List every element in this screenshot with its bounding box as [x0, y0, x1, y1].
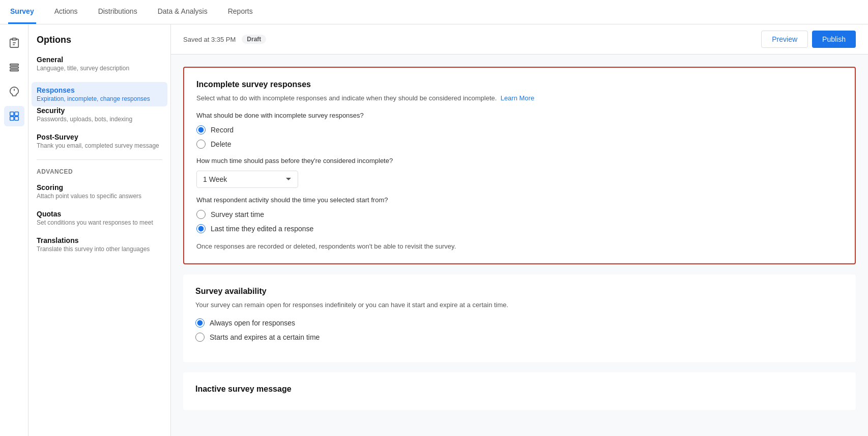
top-nav: Survey Actions Distributions Data & Anal…: [0, 0, 868, 24]
availability-card-desc: Your survey can remain open for response…: [195, 300, 844, 310]
svg-rect-10: [14, 117, 18, 120]
option-section-scoring[interactable]: Scoring Attach point values to specific …: [37, 183, 162, 200]
svg-rect-3: [10, 64, 18, 66]
radio-last-edit[interactable]: Last time they edited a response: [196, 224, 843, 233]
section-translations-sub: Translate this survey into other languag…: [37, 246, 162, 253]
svg-rect-8: [14, 112, 18, 116]
question-1-text: What should be done with incomplete surv…: [196, 112, 843, 119]
radio-delete-input[interactable]: [196, 140, 206, 149]
sidebar-icon-list[interactable]: [4, 57, 24, 77]
radio-last-edit-input[interactable]: [196, 224, 206, 233]
icon-sidebar: [0, 24, 28, 436]
sidebar-icon-clipboard[interactable]: [4, 33, 24, 53]
radio-starts-expires[interactable]: Starts and expires at a certain time: [195, 333, 844, 342]
main-layout: Options General Language, title, survey …: [0, 24, 868, 436]
section-general-sub: Language, title, survey description: [37, 65, 162, 72]
saved-text: Saved at 3:35 PM: [183, 36, 236, 43]
section-responses-title[interactable]: Responses: [37, 86, 162, 94]
section-responses-sub: Expiration, incomplete, change responses: [37, 95, 162, 102]
radio-starts-expires-input[interactable]: [195, 333, 205, 342]
dropdown-row: 1 Week 2 Weeks 1 Month After Last Activi…: [196, 171, 843, 188]
section-security-title[interactable]: Security: [37, 106, 162, 115]
question-3-text: What respondent activity should the time…: [196, 196, 843, 204]
inactive-card: Inactive survey message: [183, 372, 856, 410]
content-header: Saved at 3:35 PM Draft Preview Publish: [171, 24, 868, 54]
sidebar-icon-paint[interactable]: [4, 81, 24, 102]
nav-survey[interactable]: Survey: [8, 0, 36, 24]
content-body: Incomplete survey responses Select what …: [171, 54, 868, 422]
section-scoring-title[interactable]: Scoring: [37, 183, 162, 192]
section-general-title[interactable]: General: [37, 56, 162, 64]
sidebar-icon-settings[interactable]: [4, 106, 24, 126]
section-translations-title[interactable]: Translations: [37, 236, 162, 244]
draft-badge: Draft: [242, 35, 266, 44]
time-period-dropdown[interactable]: 1 Week 2 Weeks 1 Month After Last Activi…: [196, 171, 298, 188]
radio-record-label: Record: [211, 126, 234, 134]
radio-group-1: Record Delete: [196, 125, 843, 149]
svg-rect-7: [10, 112, 13, 116]
availability-radio-group: Always open for responses Starts and exp…: [195, 318, 844, 342]
nav-distributions[interactable]: Distributions: [96, 0, 139, 24]
svg-rect-9: [10, 117, 13, 120]
section-post-survey-title[interactable]: Post-Survey: [37, 133, 162, 141]
option-section-post-survey[interactable]: Post-Survey Thank you email, completed s…: [37, 133, 162, 149]
preview-button[interactable]: Preview: [761, 31, 808, 48]
radio-starts-expires-label: Starts and expires at a certain time: [210, 333, 320, 341]
section-security-sub: Passwords, uploads, bots, indexing: [37, 116, 162, 123]
radio-survey-start-input[interactable]: [196, 210, 206, 219]
radio-last-edit-label: Last time they edited a response: [211, 225, 313, 233]
radio-survey-start[interactable]: Survey start time: [196, 210, 843, 219]
radio-survey-start-label: Survey start time: [211, 210, 264, 219]
sidebar-divider: [37, 159, 162, 160]
radio-delete-label: Delete: [211, 140, 231, 148]
options-title: Options: [37, 35, 162, 45]
learn-more-link[interactable]: Learn More: [501, 94, 534, 102]
radio-delete[interactable]: Delete: [196, 140, 843, 149]
radio-always-open-input[interactable]: [195, 318, 205, 328]
question-2-text: How much time should pass before they're…: [196, 157, 843, 165]
option-section-general[interactable]: General Language, title, survey descript…: [37, 56, 162, 72]
inactive-card-title: Inactive survey message: [195, 385, 844, 394]
option-section-responses[interactable]: Responses Expiration, incomplete, change…: [32, 82, 167, 106]
option-section-translations[interactable]: Translations Translate this survey into …: [37, 236, 162, 253]
header-right: Preview Publish: [761, 31, 856, 48]
main-content: Saved at 3:35 PM Draft Preview Publish I…: [171, 24, 868, 436]
radio-record[interactable]: Record: [196, 125, 843, 134]
radio-always-open[interactable]: Always open for responses: [195, 318, 844, 328]
radio-record-input[interactable]: [196, 125, 206, 134]
availability-card: Survey availability Your survey can rema…: [183, 275, 856, 362]
nav-data-analysis[interactable]: Data & Analysis: [156, 0, 210, 24]
option-section-quotas[interactable]: Quotas Set conditions you want responses…: [37, 210, 162, 226]
section-scoring-sub: Attach point values to specific answers: [37, 193, 162, 200]
incomplete-card-desc: Select what to do with incomplete respon…: [196, 93, 843, 103]
section-quotas-sub: Set conditions you want responses to mee…: [37, 219, 162, 226]
svg-rect-5: [10, 70, 18, 71]
radio-group-2: Survey start time Last time they edited …: [196, 210, 843, 233]
incomplete-note: Once responses are recorded or deleted, …: [196, 241, 843, 252]
radio-always-open-label: Always open for responses: [210, 319, 295, 327]
nav-actions[interactable]: Actions: [52, 0, 80, 24]
section-post-survey-sub: Thank you email, completed survey messag…: [37, 142, 162, 149]
option-section-security[interactable]: Security Passwords, uploads, bots, index…: [37, 106, 162, 123]
advanced-label: Advanced: [37, 168, 162, 175]
incomplete-card-title: Incomplete survey responses: [196, 80, 843, 89]
availability-card-title: Survey availability: [195, 287, 844, 296]
section-quotas-title[interactable]: Quotas: [37, 210, 162, 218]
incomplete-responses-card: Incomplete survey responses Select what …: [183, 67, 856, 264]
nav-reports[interactable]: Reports: [226, 0, 255, 24]
header-left: Saved at 3:35 PM Draft: [183, 35, 266, 44]
options-sidebar: Options General Language, title, survey …: [28, 24, 171, 436]
svg-rect-4: [10, 67, 18, 68]
publish-button[interactable]: Publish: [812, 31, 856, 48]
